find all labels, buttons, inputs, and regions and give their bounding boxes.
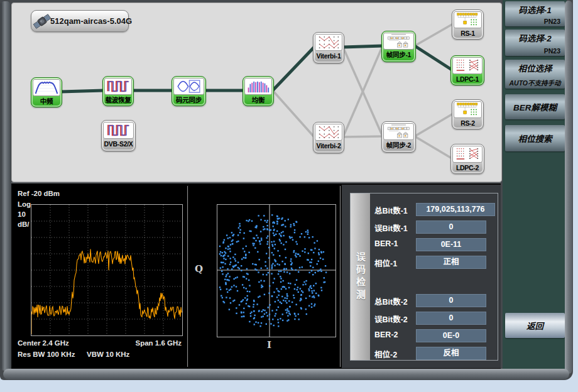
spectrum-trace (31, 249, 182, 334)
window-left-tube (1, 1, 10, 371)
demod-flow-panel: 中频载波恢复码元同步均衡DVB-S2/XViterbi-1帧同步-1RS-1LD… (11, 3, 502, 182)
softkey-code-select-1[interactable]: 码选择-1PN23 (505, 1, 565, 26)
bandpass-icon (33, 79, 60, 96)
softkey-title: 码选择-1 (505, 3, 565, 16)
flow-block-framesync2[interactable]: 帧同步-2 (381, 121, 416, 153)
error-row: 总Bit数-20 (373, 294, 495, 307)
error-row-label: 相位-2 (374, 348, 397, 360)
error-row-label: BER-1 (374, 239, 398, 248)
error-row: 误Bit数-20 (373, 312, 495, 324)
error-row-value: 0E-0 (416, 329, 486, 342)
rbw-label: Res BW 100 KHz (18, 351, 75, 358)
softkey-sidebar: 码选择-1PN23码选择-2PN23相位选择AUTO不支持手动BER解模糊相位搜… (503, 0, 567, 369)
i-axis-label: I (267, 339, 271, 351)
error-row-value: 179,025,113,776 (416, 203, 495, 216)
error-row-spacer (373, 273, 495, 294)
softkey-title: 相位选择 (505, 62, 565, 74)
flow-block-viterbi1[interactable]: Viterbi-1 (313, 32, 344, 63)
flow-block-label: Viterbi-2 (315, 141, 342, 151)
window-right-tube (565, 1, 572, 374)
trellis-icon (315, 124, 342, 141)
signal-file-label: 512qam-aircas-5.04G (50, 16, 132, 26)
frame-icon (383, 33, 414, 50)
flow-block-symbol[interactable]: 码元同步 (172, 76, 206, 106)
error-detection-strip: 误码检测 (351, 193, 370, 360)
softkey-title: 相位搜索 (518, 132, 552, 144)
flow-block-viterbi2[interactable]: Viterbi-2 (313, 122, 344, 153)
panel-divider (340, 186, 341, 367)
error-row: 总Bit数-1179,025,113,776 (373, 203, 495, 215)
error-row-value: 反相 (416, 347, 486, 360)
error-row-label: BER-2 (374, 330, 398, 339)
error-row-label: 相位-1 (374, 257, 397, 269)
flow-block-label: DVB-S2/X (103, 139, 134, 149)
flow-block-label: 帧同步-1 (383, 50, 414, 60)
constellation-plot (217, 204, 336, 337)
panel-divider (187, 186, 188, 367)
squarewave-icon (103, 122, 134, 139)
error-detection-panel: 误码检测 总Bit数-1179,025,113,776误Bit数-10BER-1… (342, 185, 501, 368)
error-row-value: 0E-11 (416, 238, 486, 251)
error-row-value: 0 (416, 294, 486, 307)
frame-icon (383, 123, 414, 140)
flow-block-dvb[interactable]: DVB-S2/X (101, 120, 136, 151)
satellite-icon (33, 12, 52, 31)
vbw-label: VBW 10 KHz (87, 351, 129, 358)
flow-block-label: 帧同步-2 (383, 140, 414, 150)
error-row-label: 总Bit数-1 (374, 204, 408, 216)
flow-block-label: RS-1 (454, 28, 482, 38)
bottom-displays: Ref -20 dBm Log 10 dB/ Center 2.4 GHz Sp… (11, 182, 501, 369)
flow-block-rs1[interactable]: RS-1 (452, 9, 484, 40)
flow-block-rs2[interactable]: RS-2 (452, 99, 484, 129)
softkey-ber-disambiguation[interactable]: BER解模糊 (505, 94, 565, 119)
ldpc-icon (452, 146, 483, 163)
scale-label-10: 10 (18, 210, 26, 218)
scale-label-log: Log (18, 200, 31, 208)
softkey-phase-search[interactable]: 相位搜索 (505, 125, 565, 151)
error-row: 误Bit数-10 (373, 220, 495, 233)
span-label: Span 1.6 GHz (136, 339, 182, 347)
flow-block-if[interactable]: 中频 (31, 77, 62, 107)
softkey-return[interactable]: 返回 (505, 313, 565, 338)
error-detection-title: 误码检测 (354, 252, 367, 302)
rs-icon (454, 11, 482, 28)
flow-block-ldpc1[interactable]: LDPC-1 (450, 55, 484, 85)
error-row-label: 误Bit数-2 (374, 313, 408, 325)
signal-file-button[interactable]: 512qam-aircas-5.04G (31, 10, 129, 32)
constellation-panel: Q I (189, 185, 339, 368)
flow-block-label: LDPC-2 (452, 163, 483, 173)
error-rows: 总Bit数-1179,025,113,776误Bit数-10BER-10E-11… (373, 203, 495, 364)
flow-block-label: Viterbi-1 (315, 51, 342, 61)
flow-block-label: 载波恢复 (104, 95, 132, 105)
error-row-label: 误Bit数-1 (374, 222, 408, 234)
softkey-value: PN23 (505, 18, 565, 25)
error-row-value: 正相 (416, 256, 486, 269)
flow-block-equalizer[interactable]: 均衡 (243, 76, 274, 106)
error-row-value: 0 (416, 220, 486, 234)
squarewave-icon (104, 78, 132, 95)
window-bottom-tube (3, 369, 569, 379)
flow-block-ldpc2[interactable]: LDPC-2 (450, 144, 484, 174)
error-row: BER-10E-11 (373, 238, 495, 251)
softkey-title: 码选择-2 (505, 31, 565, 44)
error-row: 相位-2反相 (373, 347, 495, 359)
flow-block-carrier[interactable]: 载波恢复 (102, 76, 134, 106)
ref-level-label: Ref -20 dBm (18, 190, 60, 197)
spectrum-panel: Ref -20 dBm Log 10 dB/ Center 2.4 GHz Sp… (13, 185, 187, 368)
softkey-code-select-2[interactable]: 码选择-2PN23 (505, 30, 565, 56)
spectrum-plot (31, 204, 183, 336)
softkey-value: PN23 (505, 47, 565, 55)
bars-icon (244, 78, 272, 95)
flow-block-label: RS-2 (454, 118, 482, 128)
rs-icon (454, 101, 482, 118)
q-axis-label: Q (195, 263, 203, 275)
error-row: 相位-1正相 (373, 256, 495, 268)
flow-block-framesync1[interactable]: 帧同步-1 (381, 31, 416, 62)
flow-block-label: 均衡 (244, 95, 272, 105)
softkey-title: 返回 (526, 319, 543, 332)
error-row: BER-20E-0 (373, 329, 495, 342)
flow-block-label: LDPC-1 (452, 74, 483, 84)
eye-icon (173, 78, 204, 95)
softkey-phase-select[interactable]: 相位选择AUTO不支持手动 (505, 60, 565, 89)
ldpc-icon (452, 57, 483, 74)
